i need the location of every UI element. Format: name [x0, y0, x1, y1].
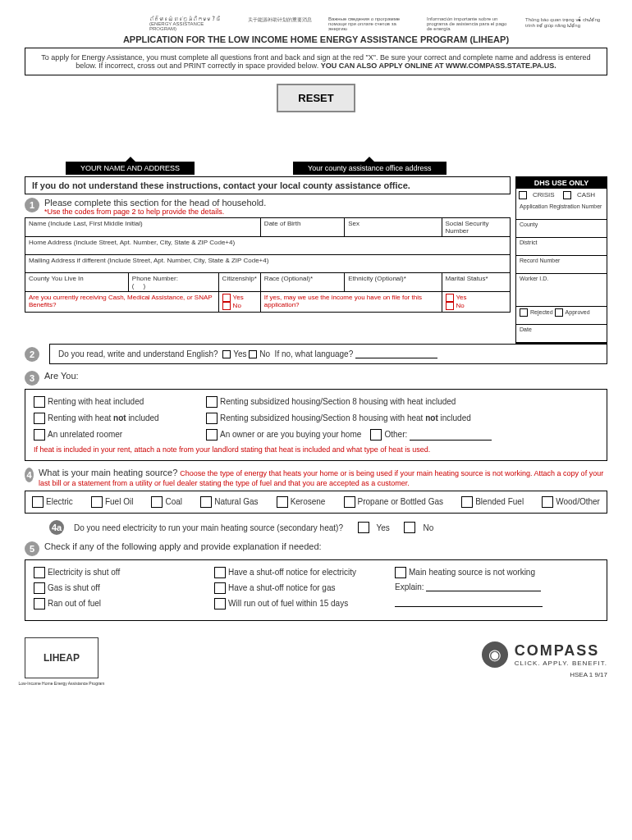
section-4-number: 4: [25, 468, 34, 482]
checkbox-kerosene[interactable]: [277, 496, 288, 508]
field-marital[interactable]: Marital Status*: [442, 273, 511, 292]
input-explain-2[interactable]: [395, 599, 543, 607]
checkbox-snap-no[interactable]: [222, 302, 231, 310]
section-2-box: Do you read, write and understand Englis…: [49, 344, 607, 364]
section-4-title: What is your main heating source?: [39, 468, 180, 477]
checkbox-subsidized-heat-incl[interactable]: [206, 396, 218, 408]
compass-logo: ◉ COMPASSCLICK. APPLY. BENEFIT.: [482, 641, 607, 668]
dhs-county[interactable]: County: [516, 220, 607, 238]
section-1-title: Please complete this section for the hea…: [44, 198, 266, 208]
checkbox-unrelated-roomer[interactable]: [34, 429, 45, 441]
input-language[interactable]: [355, 350, 437, 358]
snap-yes-no[interactable]: YesNo: [218, 292, 260, 313]
name-address-tab: YOUR NAME AND ADDRESS: [66, 162, 195, 175]
county-office-tab: Your county assistance office address: [293, 162, 447, 175]
field-ssn[interactable]: Social Security Number: [442, 218, 511, 237]
field-home-address[interactable]: Home Address (Include Street, Apt. Numbe…: [25, 237, 511, 255]
section-4-options: Electric Fuel Oil Coal Natural Gas Keros…: [25, 491, 607, 514]
dhs-worker[interactable]: Worker I.D.: [516, 274, 607, 307]
page-title: APPLICATION FOR THE LOW INCOME HOME ENER…: [25, 34, 607, 44]
income-yes-no[interactable]: YesNo: [442, 292, 511, 313]
section-3-title: Are You:: [44, 371, 79, 381]
instruction-box: To apply for Energy Assistance, you must…: [25, 48, 607, 75]
section-1-table: Name (Include Last, First Middle Initial…: [25, 217, 511, 313]
language-notices: ព័ត៌មានសំខាន់ៗអំពីកម្មវិធី (ENERGY ASSIS…: [25, 16, 607, 31]
field-race[interactable]: Race (Optional)*: [260, 273, 344, 292]
field-name[interactable]: Name (Include Last, First Middle Initial…: [25, 218, 261, 237]
dhs-appreg[interactable]: Application Registration Number: [516, 202, 607, 220]
field-dob[interactable]: Date of Birth: [260, 218, 344, 237]
checkbox-elec-shutoff[interactable]: [34, 567, 45, 578]
field-ethnicity[interactable]: Ethnicity (Optional)*: [345, 273, 442, 292]
checkbox-english-no[interactable]: [249, 350, 257, 358]
field-sex[interactable]: Sex: [345, 218, 442, 237]
checkbox-rejected[interactable]: [520, 308, 528, 317]
checkbox-ran-out[interactable]: [34, 598, 45, 609]
checkbox-english-yes[interactable]: [222, 350, 231, 358]
dhs-use-only-box: DHS USE ONLY CRISIS CASH Application Reg…: [515, 176, 607, 344]
field-citizenship[interactable]: Citizenship*: [218, 273, 260, 292]
checkbox-natgas[interactable]: [200, 496, 212, 508]
input-explain-1[interactable]: [426, 583, 541, 591]
compass-icon: ◉: [482, 641, 508, 668]
field-snap-question: Are you currently receiving Cash, Medica…: [25, 292, 219, 313]
checkbox-will-run-out[interactable]: [214, 598, 226, 609]
field-county[interactable]: County You Live In: [25, 273, 129, 292]
section-5-number: 5: [25, 541, 39, 556]
checkbox-secondary-yes[interactable]: [358, 522, 369, 533]
section-4a-question: Do you need electricity to run your main…: [74, 523, 343, 532]
contact-notice: If you do not understand these instructi…: [25, 176, 511, 194]
checkbox-wood[interactable]: [542, 496, 553, 508]
dhs-district[interactable]: District: [516, 238, 607, 256]
checkbox-cash[interactable]: [563, 191, 571, 199]
reset-button[interactable]: RESET: [277, 84, 355, 112]
checkbox-blended[interactable]: [461, 496, 473, 508]
field-mailing-address[interactable]: Mailing Address if different (Include St…: [25, 255, 511, 273]
checkbox-elec-notice[interactable]: [214, 567, 226, 578]
field-income-question: If yes, may we use the income you have o…: [260, 292, 442, 313]
checkbox-snap-yes[interactable]: [222, 294, 231, 302]
section-3-note: If heat is included in your rent, attach…: [34, 445, 598, 454]
checkbox-fueloil[interactable]: [91, 496, 103, 508]
section-4a-number: 4a: [49, 520, 64, 535]
section-2-number: 2: [25, 347, 39, 362]
checkbox-rent-heat-incl[interactable]: [34, 396, 45, 408]
dhs-record[interactable]: Record Number: [516, 256, 607, 274]
input-other[interactable]: [410, 432, 492, 441]
field-phone[interactable]: Phone Number:( ): [128, 273, 218, 292]
checkbox-income-yes[interactable]: [446, 294, 454, 302]
checkbox-subsidized-heat-not-incl[interactable]: [206, 413, 218, 424]
checkbox-owner[interactable]: [206, 429, 218, 441]
checkbox-electric[interactable]: [32, 496, 44, 508]
checkbox-secondary-no[interactable]: [404, 522, 415, 533]
checkbox-approved[interactable]: [555, 308, 563, 317]
liheap-logo: LIHEAP: [25, 637, 98, 678]
checkbox-propane[interactable]: [344, 496, 355, 508]
section-1-number: 1: [25, 198, 39, 212]
checkbox-crisis[interactable]: [519, 191, 527, 199]
dhs-date[interactable]: Date: [516, 325, 607, 343]
checkbox-main-not-working[interactable]: [395, 567, 406, 578]
checkbox-other[interactable]: [370, 429, 382, 441]
form-id: HSEA 1 9/17: [482, 671, 607, 678]
checkbox-coal[interactable]: [151, 496, 163, 508]
checkbox-gas-notice[interactable]: [214, 582, 226, 594]
section-5-title: Check if any of the following apply and …: [44, 541, 322, 551]
section-1-subtitle: *Use the codes from page 2 to help provi…: [44, 208, 266, 216]
section-3-number: 3: [25, 371, 39, 386]
checkbox-gas-shutoff[interactable]: [34, 582, 45, 594]
checkbox-income-no[interactable]: [446, 302, 454, 310]
checkbox-rent-heat-not-incl[interactable]: [34, 413, 45, 424]
